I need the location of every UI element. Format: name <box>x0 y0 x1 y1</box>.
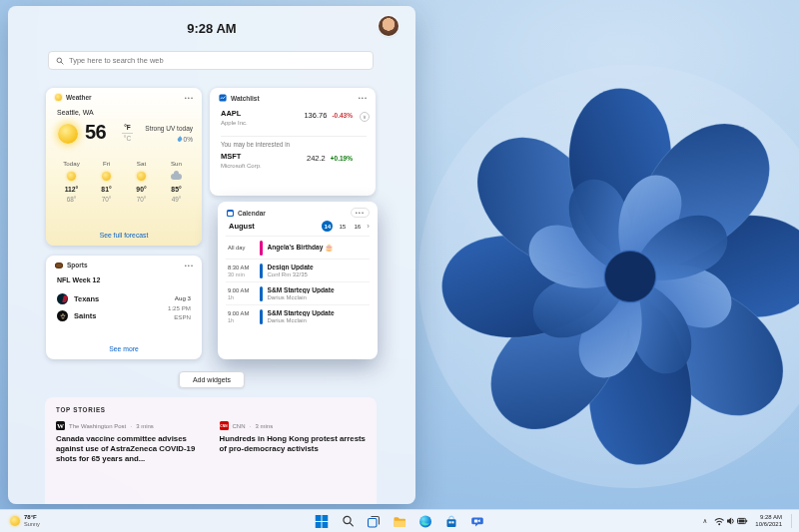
low-temp: 70° <box>89 196 124 203</box>
calendar-event[interactable]: 8:30 AM 30 min Design Update Conf Rm 32/… <box>226 259 370 281</box>
watchlist-widget-icon <box>219 94 227 102</box>
date-pill-16[interactable]: 16 <box>352 221 363 232</box>
edge-button[interactable] <box>418 514 433 529</box>
story-source: CNN <box>233 423 246 429</box>
widget-title: Sports <box>67 262 88 268</box>
chat-icon <box>471 515 484 528</box>
folder-icon <box>394 515 406 528</box>
widget-title: Weather <box>66 94 92 101</box>
stock-change-negative: -0.43% <box>332 112 353 119</box>
droplet-icon <box>176 136 182 142</box>
taskbar-tray: ∧ 9:28 AM 10/6/2021 <box>703 510 794 532</box>
calendar-widget-icon <box>227 210 234 217</box>
texans-logo-icon <box>57 293 68 304</box>
team-row-texans[interactable]: Texans <box>57 290 99 307</box>
top-stories-label: TOP STORIES <box>56 406 366 413</box>
weather-location: Seattle, WA <box>57 109 94 116</box>
high-temp: 81° <box>89 186 124 193</box>
more-options-icon[interactable]: ••• <box>351 208 370 218</box>
see-more-link[interactable]: See more <box>46 345 202 352</box>
weather-widget[interactable]: Weather ••• Seattle, WA 56 °F °C Strong … <box>46 88 202 246</box>
low-temp: 70° <box>124 196 159 203</box>
chevron-up-icon[interactable]: ∧ <box>703 517 708 525</box>
task-view-icon <box>368 515 381 528</box>
story-source: The Washington Post <box>69 423 126 429</box>
date-pill-15[interactable]: 15 <box>337 221 348 232</box>
sun-icon <box>58 124 78 144</box>
web-search-bar[interactable] <box>48 51 374 70</box>
taskbar-clock[interactable]: 9:28 AM 10/6/2021 <box>755 514 782 529</box>
watchlist-widget[interactable]: Watchlist ••• AAPL Apple Inc. 136.76 -0.… <box>210 88 376 196</box>
game-info: Aug 3 1:25 PM ESPN <box>168 293 191 322</box>
sun-icon <box>102 172 111 181</box>
chevron-right-icon[interactable]: › <box>367 223 370 231</box>
store-button[interactable] <box>444 514 459 529</box>
washington-post-icon: W <box>56 421 65 430</box>
show-desktop-handle[interactable] <box>791 514 794 528</box>
game-network: ESPN <box>168 312 191 322</box>
sun-icon <box>137 172 146 181</box>
sports-widget[interactable]: Sports ••• NFL Week 12 Texans Saints Aug… <box>46 256 202 359</box>
taskbar-app-icons <box>315 510 485 532</box>
unit-fahrenheit[interactable]: °F <box>121 124 134 131</box>
more-options-icon[interactable]: ••• <box>359 95 368 101</box>
current-temperature: 56 <box>85 121 106 144</box>
add-widgets-button[interactable]: Add widgets <box>179 371 245 388</box>
calendar-widget[interactable]: Calendar ••• August 14 15 16 › All day A… <box>218 202 378 359</box>
widget-title: Watchlist <box>231 95 260 102</box>
news-story[interactable]: CNN CNN · 3 mins Hundreds in Hong Kong p… <box>220 421 367 464</box>
stock-row-aapl[interactable]: AAPL Apple Inc. 136.76 -0.43% ∨ <box>221 109 367 125</box>
bloom-flower <box>414 22 799 505</box>
task-view-button[interactable] <box>367 514 382 529</box>
forecast-row: Today 112° 68° Fri 81° 70° Sat 90° 70° S… <box>54 160 194 203</box>
start-button[interactable] <box>315 514 330 529</box>
file-explorer-button[interactable] <box>393 514 407 529</box>
interest-note: You may be interested in <box>221 136 367 148</box>
cloud-icon <box>171 174 182 180</box>
story-age: 3 mins <box>256 423 274 429</box>
calendar-event[interactable]: 9:00 AM 1h S&M Startegy Update Darius Mc… <box>226 304 370 327</box>
search-icon <box>342 515 354 527</box>
volume-icon <box>727 518 733 525</box>
unit-toggle[interactable]: °F °C <box>121 124 134 142</box>
edge-icon <box>419 515 432 528</box>
weather-condition: Strong UV today <box>145 125 193 132</box>
web-search-input[interactable] <box>69 56 366 65</box>
more-options-icon[interactable]: ••• <box>185 95 194 101</box>
story-age: 3 mins <box>136 423 154 429</box>
forecast-column[interactable]: Sat 90° 70° <box>124 160 159 203</box>
more-options-icon[interactable]: ••• <box>185 263 194 268</box>
calendar-event[interactable]: All day Angela's Birthday 🎂 <box>226 236 370 259</box>
search-icon <box>56 57 64 65</box>
sun-icon <box>67 172 76 181</box>
sports-widget-icon <box>55 263 63 268</box>
low-temp: 49° <box>159 196 194 203</box>
calendar-event[interactable]: 9:00 AM 1h S&M Startegy Update Darius Mc… <box>226 281 370 304</box>
stock-row-msft[interactable]: MSFT Microsoft Corp. 242.2 +0.19% <box>221 152 367 168</box>
user-avatar[interactable] <box>379 16 399 36</box>
see-full-forecast-link[interactable]: See full forecast <box>46 232 202 239</box>
league-week: NFL Week 12 <box>57 276 100 283</box>
news-story[interactable]: W The Washington Post · 3 mins Canada va… <box>56 421 203 464</box>
taskbar-weather-condition: Sunny <box>24 521 40 528</box>
chat-button[interactable] <box>470 514 485 529</box>
battery-icon <box>738 518 748 523</box>
forecast-column[interactable]: Sun 85° 49° <box>159 160 194 203</box>
forecast-column[interactable]: Today 112° 68° <box>54 160 89 203</box>
precipitation: 0% <box>178 136 193 143</box>
low-temp: 68° <box>54 196 89 203</box>
date-pill-14[interactable]: 14 <box>322 221 333 232</box>
taskbar: 78°F Sunny <box>0 509 799 532</box>
tray-status-icons[interactable] <box>714 515 748 527</box>
taskbar-weather-button[interactable]: 78°F Sunny <box>5 512 45 530</box>
widgets-panel: 9:28 AM Weather ••• Seattle, WA 56 °F °C… <box>8 6 415 504</box>
forecast-column[interactable]: Fri 81° 70° <box>89 160 124 203</box>
widget-title: Calendar <box>238 210 266 217</box>
team-row-saints[interactable]: Saints <box>57 307 99 324</box>
high-temp: 112° <box>54 186 89 193</box>
store-icon <box>445 515 458 528</box>
event-color-bar <box>260 309 263 324</box>
dropdown-circle-icon[interactable]: ∨ <box>360 112 370 122</box>
search-button[interactable] <box>341 514 356 529</box>
unit-celsius[interactable]: °C <box>121 135 134 142</box>
